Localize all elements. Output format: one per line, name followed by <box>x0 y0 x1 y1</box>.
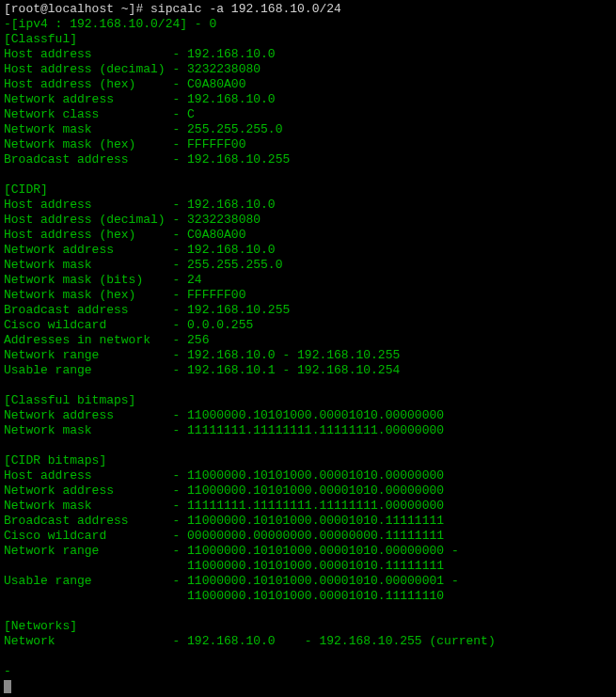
output-row: Network class - C <box>4 107 612 122</box>
output-row: Network address - 11000000.10101000.0000… <box>4 408 612 423</box>
output-row: Host address (decimal) - 3232238080 <box>4 213 612 228</box>
output-row: Network mask - 11111111.11111111.1111111… <box>4 423 612 438</box>
output-row: Host address - 192.168.10.0 <box>4 47 612 62</box>
output-row: Network address - 192.168.10.0 <box>4 92 612 107</box>
cursor-icon <box>4 680 11 693</box>
output-row-continuation: 11000000.10101000.00001010.11111110 <box>4 589 612 604</box>
blank-line <box>4 604 612 619</box>
section-classful: [Classful] Host address - 192.168.10.0Ho… <box>4 32 612 167</box>
output-row: Network - 192.168.10.0 - 192.168.10.255 … <box>4 634 612 649</box>
output-row: Cisco wildcard - 0.0.0.255 <box>4 318 612 333</box>
prompt-line[interactable]: [root@localhost ~]# sipcalc -a 192.168.1… <box>4 2 612 17</box>
rows-networks: Network - 192.168.10.0 - 192.168.10.255 … <box>4 634 612 649</box>
output-row: Network mask (bits) - 24 <box>4 273 612 288</box>
output-row: Host address (hex) - C0A80A00 <box>4 77 612 92</box>
section-classful-bitmaps: [Classful bitmaps] Network address - 110… <box>4 393 612 438</box>
output-row: Cisco wildcard - 00000000.00000000.00000… <box>4 529 612 544</box>
output-row: Usable range - 11000000.10101000.0000101… <box>4 574 612 589</box>
output-row: Network mask (hex) - FFFFFF00 <box>4 288 612 303</box>
section-title: [Networks] <box>4 619 612 634</box>
output-row: Network mask - 255.255.255.0 <box>4 122 612 137</box>
output-row: Network range - 192.168.10.0 - 192.168.1… <box>4 348 612 363</box>
shell-prompt: [root@localhost ~]# <box>4 2 150 16</box>
section-cidr-bitmaps: [CIDR bitmaps] Host address - 11000000.1… <box>4 453 612 604</box>
output-row: Network mask (hex) - FFFFFF00 <box>4 137 612 152</box>
cursor-line[interactable] <box>4 679 612 694</box>
section-networks: [Networks] Network - 192.168.10.0 - 192.… <box>4 619 612 649</box>
output-row: Host address (hex) - C0A80A00 <box>4 228 612 243</box>
section-title: [CIDR] <box>4 182 612 198</box>
output-row: Host address - 192.168.10.0 <box>4 198 612 213</box>
output-row: Network range - 11000000.10101000.000010… <box>4 544 612 559</box>
rows-cidr-bitmaps: Host address - 11000000.10101000.0000101… <box>4 468 612 604</box>
output-row: Usable range - 192.168.10.1 - 192.168.10… <box>4 363 612 378</box>
output-row-continuation: 11000000.10101000.00001010.11111111 <box>4 559 612 574</box>
section-title: [CIDR bitmaps] <box>4 453 612 468</box>
output-row: Network mask - 11111111.11111111.1111111… <box>4 499 612 514</box>
output-row: Host address - 11000000.10101000.0000101… <box>4 468 612 483</box>
blank-line <box>4 649 612 664</box>
output-row: Network address - 192.168.10.0 <box>4 243 612 258</box>
output-row: Broadcast address - 192.168.10.255 <box>4 303 612 318</box>
command-text: sipcalc -a 192.168.10.0/24 <box>150 2 341 16</box>
blank-line <box>4 167 612 182</box>
output-row: Broadcast address - 192.168.10.255 <box>4 152 612 167</box>
blank-line <box>4 378 612 393</box>
output-row: Addresses in network - 256 <box>4 333 612 348</box>
dash-line: - <box>4 664 612 679</box>
output-row: Network address - 11000000.10101000.0000… <box>4 483 612 499</box>
output-row: Host address (decimal) - 3232238080 <box>4 62 612 77</box>
rows-classful-bitmaps: Network address - 11000000.10101000.0000… <box>4 408 612 438</box>
section-title: [Classful bitmaps] <box>4 393 612 408</box>
section-cidr: [CIDR] Host address - 192.168.10.0Host a… <box>4 182 612 378</box>
section-title: [Classful] <box>4 32 612 47</box>
rows-cidr: Host address - 192.168.10.0Host address … <box>4 198 612 378</box>
ipv4-header: -[ipv4 : 192.168.10.0/24] - 0 <box>4 17 612 32</box>
output-row: Broadcast address - 11000000.10101000.00… <box>4 514 612 529</box>
rows-classful: Host address - 192.168.10.0Host address … <box>4 47 612 167</box>
output-row: Network mask - 255.255.255.0 <box>4 258 612 273</box>
blank-line <box>4 438 612 453</box>
